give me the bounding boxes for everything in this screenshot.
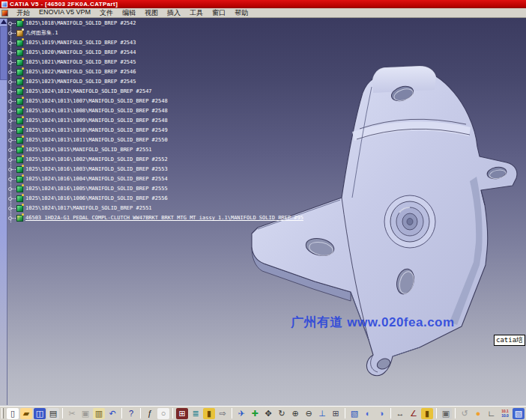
pan-icon[interactable]: ✥	[262, 408, 274, 419]
menu-item[interactable]: 工具	[185, 8, 208, 18]
product-structure-icon[interactable]: ≣	[190, 408, 202, 419]
tree-item-label: 1025\1020\MANIFOLD_SOLID_BREP #2544	[25, 48, 136, 58]
tree-item-label: 1025\1018\MANIFOLD_SOLID_BREP #2542	[25, 19, 136, 28]
catalog-ball-icon[interactable]: ●	[472, 408, 484, 419]
zoom-out-icon[interactable]: ⊖	[303, 408, 315, 419]
multi-view-icon[interactable]: ⊞	[330, 408, 342, 419]
tree-item-label: 1025\1024\1017\MANIFOLD_SOLID_BREP #2551	[25, 204, 152, 213]
tree-item[interactable]: 1025\1024\1013\1009\MANIFOLD_SOLID_BREP …	[7, 116, 525, 126]
menu-item[interactable]: 视图	[140, 8, 163, 18]
tree-item[interactable]: 1025\1024\1016\1004\MANIFOLD_SOLID_BREP …	[7, 174, 525, 184]
tree-item[interactable]: 几何图形集.1	[7, 28, 525, 38]
tree-branch-line	[12, 43, 16, 43]
tree-item[interactable]: 1025\1024\1016\1006\MANIFOLD_SOLID_BREP …	[7, 194, 525, 204]
shaded-view-icon[interactable]: ◐	[362, 408, 374, 419]
tree-item[interactable]: 1025\1024\1012\MANIFOLD_SOLID_BREP #2547	[7, 87, 525, 97]
tree-item[interactable]: 1025\1024\1017\MANIFOLD_SOLID_BREP #2551	[7, 204, 525, 213]
bottom-toolbar-icons: ▯▰◫▤✂▣▥↶?ƒ○⊞≣▮⇨✈✚✥↻⊕⊖⊥⊞▧◐◑↔∠▮▣↺●∟10.110.…	[1, 408, 526, 419]
tree-item[interactable]: 46503 1HD2A-G1 PEDAL COMPL-CLUTCH WW47BR…	[7, 213, 525, 223]
tree-item[interactable]: 1025\1022\MANIFOLD_SOLID_BREP #2546	[7, 67, 525, 77]
tree-item-label: 1025\1019\MANIFOLD_SOLID_BREP #2543	[25, 38, 136, 48]
iso-view-cube-icon[interactable]: ▧	[348, 408, 360, 419]
named-views-box-icon[interactable]: ▧	[513, 408, 525, 419]
solid-brep-icon	[16, 69, 23, 76]
tree-item[interactable]: 1025\1023\MANIFOLD_SOLID_BREP #2545	[7, 77, 525, 87]
tree-branch-line	[12, 111, 16, 112]
undo-icon[interactable]: ↶	[106, 408, 118, 419]
tree-item[interactable]: 1025\1024\1016\1003\MANIFOLD_SOLID_BREP …	[7, 165, 525, 174]
print-icon[interactable]: ▤	[47, 408, 59, 419]
design-table-icon[interactable]: ⊞	[176, 408, 188, 419]
toolbar-separator	[121, 408, 122, 419]
zoom-in-icon[interactable]: ⊕	[289, 408, 301, 419]
lock-icon[interactable]: ▮	[203, 408, 215, 419]
tree-item[interactable]: 1025\1024\1013\1010\MANIFOLD_SOLID_BREP …	[7, 126, 525, 136]
tree-item[interactable]: 1025\1024\1013\1007\MANIFOLD_SOLID_BREP …	[7, 97, 525, 106]
axis-triad-icon[interactable]: ∟	[486, 408, 498, 419]
tree-branch-line	[12, 52, 16, 53]
new-document-icon[interactable]: ▯	[7, 408, 19, 419]
cut-icon: ✂	[66, 408, 78, 419]
menu-item[interactable]: 窗口	[208, 8, 230, 18]
formula-fx-icon[interactable]: ƒ	[144, 408, 156, 419]
whats-this-help-icon[interactable]: ?	[125, 408, 137, 419]
menu-item[interactable]: 文件	[95, 8, 118, 18]
menu-item[interactable]: ENOVIA V5 VPM	[34, 8, 95, 18]
tree-scrollbar[interactable]	[0, 19, 7, 405]
tree-item-label: 1025\1024\1016\1003\MANIFOLD_SOLID_BREP …	[25, 165, 168, 174]
comment-bubble-icon[interactable]: ○	[157, 408, 169, 419]
tree-item[interactable]: 1025\1024\1016\1002\MANIFOLD_SOLID_BREP …	[7, 155, 525, 165]
tree-branch-line	[12, 130, 16, 131]
export-icon[interactable]: ⇨	[217, 408, 229, 419]
tree-item[interactable]: 1025\1019\MANIFOLD_SOLID_BREP #2543	[7, 38, 525, 48]
menu-item[interactable]: 开始	[12, 8, 34, 18]
toolbar-separator	[345, 408, 345, 419]
tree-branch-line	[12, 218, 16, 219]
3d-viewport[interactable]: 1025\1018\MANIFOLD_SOLID_BREP #2542几何图形集…	[0, 18, 526, 406]
normal-view-icon[interactable]: ⊥	[316, 408, 328, 419]
tree-item-label: 1025\1024\1016\1002\MANIFOLD_SOLID_BREP …	[25, 155, 168, 165]
toolbar-separator	[455, 408, 456, 419]
tree-item[interactable]: 1025\1018\MANIFOLD_SOLID_BREP #2542	[7, 19, 525, 28]
measure-item-icon[interactable]: ∠	[408, 408, 420, 419]
tree-branch-line	[12, 189, 16, 189]
solid-brep-icon	[16, 186, 23, 192]
fit-all-icon[interactable]: ✚	[249, 408, 261, 419]
tree-item-label: 1025\1024\1016\1005\MANIFOLD_SOLID_BREP …	[25, 184, 168, 194]
fly-mode-icon[interactable]: ✈	[235, 408, 247, 419]
menu-item[interactable]: 插入	[163, 8, 185, 18]
geometric-set-icon	[16, 30, 23, 37]
scrollbar-thumb[interactable]	[0, 26, 7, 80]
camera-capture-icon[interactable]: ▣	[440, 408, 452, 419]
menu-item[interactable]: 编辑	[118, 8, 140, 18]
tree-item[interactable]: 1025\1024\1015\MANIFOLD_SOLID_BREP #2551	[7, 145, 525, 155]
watermark-center: 广州有道 www.020fea.com	[291, 314, 455, 331]
rotate-view-icon[interactable]: ↻	[276, 408, 288, 419]
tree-item[interactable]: 1025\1021\MANIFOLD_SOLID_BREP #2545	[7, 58, 525, 67]
tree-item-label: 1025\1023\MANIFOLD_SOLID_BREP #2545	[25, 77, 136, 87]
tree-item-label: 1025\1024\1016\1006\MANIFOLD_SOLID_BREP …	[25, 194, 168, 204]
tree-branch-line	[12, 82, 16, 82]
tree-item[interactable]: 1025\1024\1016\1005\MANIFOLD_SOLID_BREP …	[7, 184, 525, 194]
tree-branch-line	[12, 150, 16, 150]
zoom-value-readout[interactable]: 10.110.0	[499, 408, 511, 419]
catia-app-icon[interactable]	[1, 10, 8, 16]
lock-part-icon[interactable]: ▮	[421, 408, 433, 419]
solid-brep-icon	[16, 49, 23, 56]
shaded-edges-view-icon[interactable]: ◑	[375, 408, 387, 419]
save-icon[interactable]: ◫	[34, 408, 46, 419]
menu-item[interactable]: 帮助	[230, 8, 253, 18]
tree-item[interactable]: 1025\1020\MANIFOLD_SOLID_BREP #2544	[7, 48, 525, 58]
measure-between-icon[interactable]: ↔	[394, 408, 406, 419]
toolbar-grip[interactable]	[1, 408, 4, 419]
open-folder-icon[interactable]: ▰	[20, 408, 32, 419]
tree-item-label: 1025\1024\1013\1009\MANIFOLD_SOLID_BREP …	[25, 116, 168, 126]
tree-item[interactable]: 1025\1024\1013\1011\MANIFOLD_SOLID_BREP …	[7, 136, 525, 145]
refresh-swirl-icon[interactable]: ↺	[459, 408, 471, 419]
toolbar-separator	[140, 408, 141, 419]
tree-branch-line	[12, 101, 16, 102]
paste-icon[interactable]: ▥	[93, 408, 105, 419]
solid-brep-icon	[16, 59, 23, 66]
scroll-up-arrow-icon[interactable]	[1, 19, 7, 24]
tree-item[interactable]: 1025\1024\1013\1008\MANIFOLD_SOLID_BREP …	[7, 106, 525, 116]
